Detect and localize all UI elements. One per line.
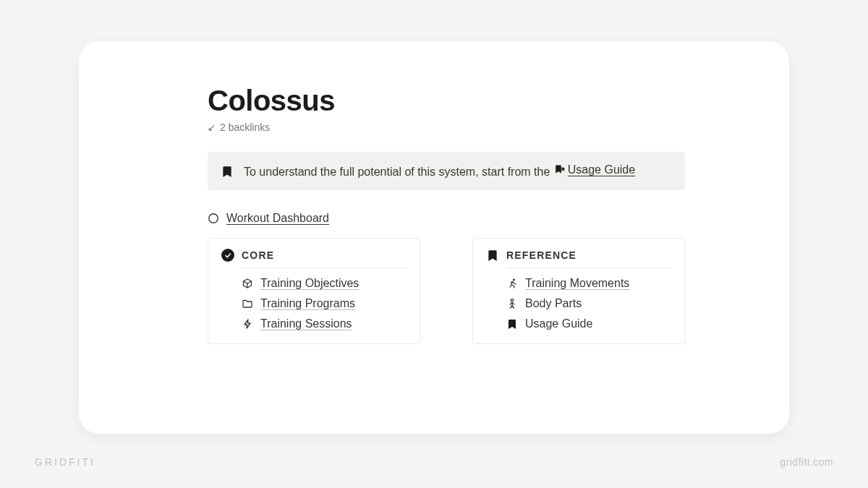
backlinks-row[interactable]: ↙ 2 backlinks	[208, 121, 685, 133]
link-training-sessions[interactable]: Training Sessions	[242, 317, 407, 330]
bookmark-icon	[221, 165, 234, 178]
callout-link-label: Usage Guide	[568, 163, 635, 176]
workout-dashboard-link[interactable]: Workout Dashboard	[208, 212, 685, 225]
arrow-down-left-icon: ↙	[208, 123, 216, 132]
circle-icon	[208, 213, 219, 224]
watermark-left: GRIDFITI	[35, 456, 95, 468]
bookmark-icon	[486, 249, 499, 262]
callout-text-body: To understand the full potential of this…	[244, 166, 553, 178]
core-heading-label: CORE	[242, 249, 274, 261]
cube-icon	[242, 278, 253, 289]
bookmark-solid-icon	[506, 318, 518, 330]
runner-icon	[506, 278, 518, 289]
folder-icon	[242, 298, 253, 309]
reference-box: REFERENCE Training MovementsBody PartsUs…	[472, 238, 685, 344]
link-training-movements[interactable]: Training Movements	[506, 277, 671, 290]
core-items: Training ObjectivesTraining ProgramsTrai…	[242, 277, 407, 330]
reference-heading-label: REFERENCE	[506, 249, 576, 261]
page-content: Colossus ↙ 2 backlinks To understand the…	[208, 85, 685, 344]
callout-link[interactable]: Usage Guide	[553, 163, 635, 176]
check-badge-icon	[221, 249, 234, 262]
page-title: Colossus	[208, 85, 685, 117]
reference-items: Training MovementsBody PartsUsage Guide	[506, 277, 671, 330]
reference-heading-row[interactable]: REFERENCE	[486, 249, 671, 262]
divider	[242, 267, 407, 268]
callout: To understand the full potential of this…	[208, 152, 685, 190]
core-heading-row[interactable]: CORE	[221, 249, 407, 262]
page-card: Colossus ↙ 2 backlinks To understand the…	[79, 41, 789, 434]
link-label: Body Parts	[525, 297, 582, 310]
bookmark-link-icon	[553, 164, 565, 176]
workout-dashboard-label: Workout Dashboard	[226, 212, 329, 225]
person-icon	[506, 298, 518, 309]
link-label: Training Programs	[260, 297, 355, 310]
watermark-right: gridfiti.com	[780, 456, 833, 468]
link-label: Training Objectives	[260, 277, 359, 290]
bolt-icon	[242, 318, 253, 330]
backlinks-label: 2 backlinks	[220, 121, 270, 133]
link-training-programs[interactable]: Training Programs	[242, 297, 407, 310]
callout-text: To understand the full potential of this…	[244, 163, 672, 179]
link-body-parts[interactable]: Body Parts	[506, 297, 671, 310]
link-label: Training Sessions	[260, 317, 352, 330]
link-label: Training Movements	[525, 277, 629, 290]
link-usage-guide[interactable]: Usage Guide	[506, 317, 671, 330]
link-training-objectives[interactable]: Training Objectives	[242, 277, 407, 290]
core-box: CORE Training ObjectivesTraining Program…	[208, 238, 420, 344]
link-label: Usage Guide	[525, 317, 592, 330]
divider	[506, 267, 671, 268]
columns: CORE Training ObjectivesTraining Program…	[208, 238, 685, 344]
